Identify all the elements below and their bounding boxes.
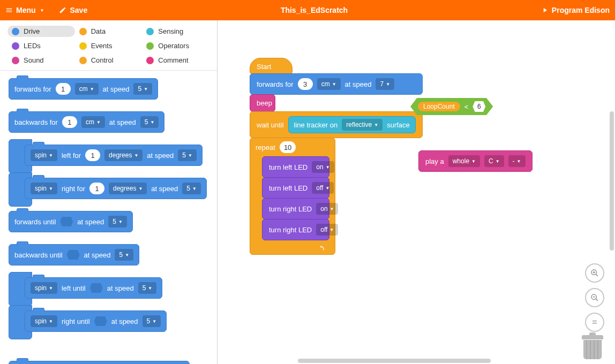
zoom-in-button[interactable] xyxy=(585,263,604,283)
script-stack-main[interactable]: Start forwards for 3 cm▼ at speed 7▼ bee… xyxy=(250,58,423,255)
state-dropdown[interactable]: off▼ xyxy=(316,224,338,236)
category-label: Operators xyxy=(158,42,189,50)
category-sound[interactable]: Sound xyxy=(8,55,75,66)
category-sensing[interactable]: Sensing xyxy=(142,26,209,37)
number-input[interactable]: 1 xyxy=(56,83,71,95)
block-forwards-for[interactable]: forwards for 1 cm▼ at speed 5▼ xyxy=(9,78,158,100)
dot-icon xyxy=(146,42,154,50)
state-dropdown[interactable]: on▼ xyxy=(316,203,338,215)
trash-button[interactable] xyxy=(582,335,603,360)
vertical-scrollbar[interactable] xyxy=(610,111,614,251)
block-spin-right-for[interactable]: spin▼ right for 1 degrees▼ at speed 5▼ xyxy=(25,178,207,199)
category-events[interactable]: Events xyxy=(75,40,142,51)
speed-dropdown[interactable]: 5▼ xyxy=(108,216,127,228)
block-backwards-for[interactable]: backwards for 1 cm▼ at speed 5▼ xyxy=(9,111,164,133)
block-label: left until xyxy=(62,284,86,292)
script-canvas[interactable]: Start forwards for 3 cm▼ at speed 7▼ bee… xyxy=(218,20,615,364)
mod-dropdown[interactable]: -▼ xyxy=(508,155,526,167)
category-control[interactable]: Control xyxy=(75,55,142,66)
category-leds[interactable]: LEDs xyxy=(8,40,75,51)
speed-dropdown[interactable]: 5▼ xyxy=(138,282,157,294)
unit-dropdown[interactable]: cm▼ xyxy=(317,78,341,90)
category-comment[interactable]: Comment xyxy=(142,55,209,66)
spin-dropdown[interactable]: spin▼ xyxy=(31,282,57,294)
block-start-hat[interactable]: Start xyxy=(250,58,292,74)
category-label: Comment xyxy=(158,56,188,64)
number-input[interactable]: 3 xyxy=(298,78,313,90)
block-turn-left-led-on[interactable]: turn left LED on▼ xyxy=(262,156,329,178)
svg-line-5 xyxy=(596,299,598,301)
speed-dropdown[interactable]: 5▼ xyxy=(115,249,133,261)
number-input[interactable]: 10 xyxy=(280,141,296,153)
block-compare[interactable]: LoopCount < 6 xyxy=(410,98,493,115)
block-label: backwards until xyxy=(14,251,63,259)
boolean-slot[interactable] xyxy=(90,283,103,293)
unit-dropdown[interactable]: cm▼ xyxy=(75,83,99,95)
block-label: turn left LED xyxy=(269,163,308,171)
unit-dropdown[interactable]: cm▼ xyxy=(81,116,105,128)
note-dropdown[interactable]: C▼ xyxy=(484,155,504,167)
spin-dropdown[interactable]: spin▼ xyxy=(31,149,57,161)
block-label: at speed xyxy=(103,85,130,93)
block-label: turn right LED xyxy=(269,226,312,234)
horizontal-scrollbar[interactable] xyxy=(298,359,491,363)
variable-reporter[interactable]: LoopCount xyxy=(418,102,460,111)
boolean-slot[interactable] xyxy=(94,316,107,326)
canvas-tools: = xyxy=(585,263,604,332)
speed-dropdown[interactable]: 7▼ xyxy=(376,78,394,90)
block-backwards-until[interactable]: backwards until at speed 5▼ xyxy=(9,244,139,266)
spin-dropdown[interactable]: spin▼ xyxy=(31,183,57,194)
surface-dropdown[interactable]: reflective▼ xyxy=(342,119,382,131)
save-button[interactable]: Save xyxy=(59,6,87,14)
block-set-both-motors[interactable]: set both motors to drive forwards▼ at sp… xyxy=(9,361,190,364)
block-wait-until[interactable]: wait until line tracker on reflective▼ s… xyxy=(250,111,423,138)
program-button[interactable]: Program Edison xyxy=(541,6,610,14)
block-forwards-for[interactable]: forwards for 3 cm▼ at speed 7▼ xyxy=(250,73,423,95)
menu-button[interactable]: Menu ▼ xyxy=(5,6,44,14)
dot-icon xyxy=(146,28,154,35)
block-play-note[interactable]: play a whole▼ C▼ -▼ xyxy=(418,150,532,172)
block-label: at speed xyxy=(147,151,174,160)
unit-dropdown[interactable]: degrees▼ xyxy=(109,183,147,194)
block-label: Start xyxy=(257,63,271,71)
dot-icon xyxy=(12,42,19,50)
block-turn-left-led-off[interactable]: turn left LED off▼ xyxy=(262,177,329,199)
block-turn-right-led-off[interactable]: turn right LED off▼ xyxy=(262,219,329,240)
length-dropdown[interactable]: whole▼ xyxy=(448,155,480,167)
block-beep[interactable]: beep xyxy=(250,94,275,112)
block-label: at speed xyxy=(107,284,134,292)
sidebar: Drive Data Sensing LEDs Events Operators… xyxy=(0,20,218,364)
speed-dropdown[interactable]: 5▼ xyxy=(133,83,152,95)
unit-dropdown[interactable]: degrees▼ xyxy=(104,149,142,161)
block-spin-left-for[interactable]: spin▼ left for 1 degrees▼ at speed 5▼ xyxy=(25,145,202,166)
category-data[interactable]: Data xyxy=(75,26,142,37)
boolean-line-tracker[interactable]: line tracker on reflective▼ surface xyxy=(288,116,416,133)
number-input[interactable]: 6 xyxy=(472,101,485,112)
category-drive[interactable]: Drive xyxy=(8,26,75,37)
block-repeat[interactable]: repeat 10 turn left LED on▼ turn left LE… xyxy=(250,138,335,255)
category-operators[interactable]: Operators xyxy=(142,40,209,51)
script-stack-play[interactable]: play a whole▼ C▼ -▼ xyxy=(418,150,532,172)
block-spin-right-until[interactable]: spin▼ right until at speed 5▼ xyxy=(25,310,167,332)
block-spin-left-until[interactable]: spin▼ left until at speed 5▼ xyxy=(25,277,162,299)
recenter-button[interactable]: = xyxy=(585,313,604,332)
spin-dropdown[interactable]: spin▼ xyxy=(31,315,57,327)
number-input[interactable]: 1 xyxy=(62,116,77,128)
boolean-slot[interactable] xyxy=(67,250,80,260)
number-input[interactable]: 1 xyxy=(89,183,104,194)
boolean-slot[interactable] xyxy=(60,217,73,226)
block-turn-right-led-on[interactable]: turn right LED on▼ xyxy=(262,198,329,219)
number-input[interactable]: 1 xyxy=(85,149,100,161)
block-palette[interactable]: forwards for 1 cm▼ at speed 5▼ backwards… xyxy=(0,71,217,364)
speed-dropdown[interactable]: 5▼ xyxy=(140,116,159,128)
zoom-out-button[interactable] xyxy=(585,288,604,307)
category-label: Control xyxy=(91,56,114,64)
state-dropdown[interactable]: off▼ xyxy=(312,182,334,194)
state-dropdown[interactable]: on▼ xyxy=(312,161,334,173)
block-label: surface xyxy=(387,121,410,129)
block-forwards-until[interactable]: forwards until at speed 5▼ xyxy=(9,211,133,232)
speed-dropdown[interactable]: 5▼ xyxy=(142,315,161,327)
block-label: turn right LED xyxy=(269,205,312,213)
speed-dropdown[interactable]: 5▼ xyxy=(178,149,197,161)
speed-dropdown[interactable]: 5▼ xyxy=(182,183,201,194)
